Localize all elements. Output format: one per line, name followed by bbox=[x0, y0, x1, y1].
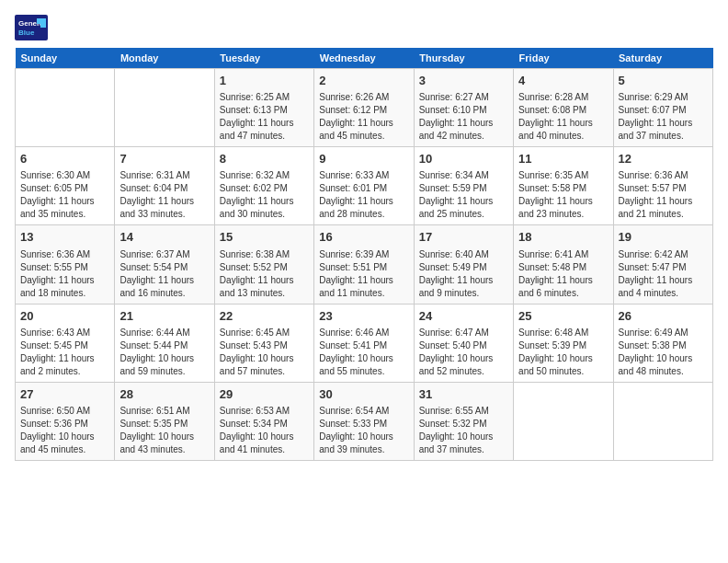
calendar-cell: 20Sunrise: 6:43 AM Sunset: 5:45 PM Dayli… bbox=[16, 304, 115, 382]
day-number: 25 bbox=[518, 308, 608, 325]
day-info: Sunrise: 6:33 AM Sunset: 6:01 PM Dayligh… bbox=[319, 169, 408, 221]
day-number: 19 bbox=[619, 229, 708, 246]
day-info: Sunrise: 6:28 AM Sunset: 6:08 PM Dayligh… bbox=[518, 91, 608, 143]
day-number: 26 bbox=[619, 308, 708, 325]
calendar-week-3: 20Sunrise: 6:43 AM Sunset: 5:45 PM Dayli… bbox=[16, 304, 713, 382]
calendar-cell: 24Sunrise: 6:47 AM Sunset: 5:40 PM Dayli… bbox=[414, 304, 513, 382]
day-number: 24 bbox=[419, 308, 508, 325]
day-info: Sunrise: 6:54 AM Sunset: 5:33 PM Dayligh… bbox=[319, 405, 408, 456]
calendar-cell: 3Sunrise: 6:27 AM Sunset: 6:10 PM Daylig… bbox=[414, 69, 513, 147]
calendar-cell: 12Sunrise: 6:36 AM Sunset: 5:57 PM Dayli… bbox=[613, 147, 712, 225]
calendar-cell: 6Sunrise: 6:30 AM Sunset: 6:05 PM Daylig… bbox=[16, 147, 115, 225]
day-info: Sunrise: 6:41 AM Sunset: 5:48 PM Dayligh… bbox=[518, 248, 608, 300]
calendar-cell: 8Sunrise: 6:32 AM Sunset: 6:02 PM Daylig… bbox=[214, 147, 313, 225]
calendar-cell: 4Sunrise: 6:28 AM Sunset: 6:08 PM Daylig… bbox=[514, 69, 613, 147]
weekday-header-monday: Monday bbox=[115, 48, 214, 69]
day-number: 8 bbox=[220, 151, 309, 167]
calendar-cell: 22Sunrise: 6:45 AM Sunset: 5:43 PM Dayli… bbox=[214, 304, 313, 382]
day-info: Sunrise: 6:34 AM Sunset: 5:59 PM Dayligh… bbox=[419, 169, 508, 221]
day-number: 20 bbox=[20, 308, 109, 325]
day-info: Sunrise: 6:47 AM Sunset: 5:40 PM Dayligh… bbox=[419, 327, 508, 378]
calendar-cell: 29Sunrise: 6:53 AM Sunset: 5:34 PM Dayli… bbox=[214, 382, 313, 460]
day-number: 11 bbox=[518, 151, 608, 167]
day-number: 29 bbox=[220, 386, 309, 403]
weekday-header-friday: Friday bbox=[514, 48, 613, 69]
day-info: Sunrise: 6:45 AM Sunset: 5:43 PM Dayligh… bbox=[220, 327, 309, 378]
day-number: 4 bbox=[518, 73, 608, 89]
day-number: 31 bbox=[419, 386, 508, 403]
calendar-cell: 11Sunrise: 6:35 AM Sunset: 5:58 PM Dayli… bbox=[514, 147, 613, 225]
day-info: Sunrise: 6:53 AM Sunset: 5:34 PM Dayligh… bbox=[220, 405, 309, 456]
day-info: Sunrise: 6:38 AM Sunset: 5:52 PM Dayligh… bbox=[220, 248, 309, 300]
day-number: 17 bbox=[419, 229, 508, 246]
calendar-week-2: 13Sunrise: 6:36 AM Sunset: 5:55 PM Dayli… bbox=[16, 225, 713, 304]
calendar-cell: 9Sunrise: 6:33 AM Sunset: 6:01 PM Daylig… bbox=[314, 147, 414, 225]
calendar-cell: 5Sunrise: 6:29 AM Sunset: 6:07 PM Daylig… bbox=[613, 69, 712, 147]
calendar-week-0: 1Sunrise: 6:25 AM Sunset: 6:13 PM Daylig… bbox=[16, 69, 713, 147]
calendar-cell: 25Sunrise: 6:48 AM Sunset: 5:39 PM Dayli… bbox=[514, 304, 613, 382]
calendar-cell: 19Sunrise: 6:42 AM Sunset: 5:47 PM Dayli… bbox=[613, 225, 712, 304]
day-number: 10 bbox=[419, 151, 508, 167]
calendar-cell: 1Sunrise: 6:25 AM Sunset: 6:13 PM Daylig… bbox=[214, 69, 313, 147]
day-info: Sunrise: 6:37 AM Sunset: 5:54 PM Dayligh… bbox=[119, 248, 209, 300]
day-info: Sunrise: 6:48 AM Sunset: 5:39 PM Dayligh… bbox=[518, 327, 608, 378]
calendar-cell bbox=[514, 382, 613, 460]
day-number: 9 bbox=[319, 151, 408, 167]
day-info: Sunrise: 6:51 AM Sunset: 5:35 PM Dayligh… bbox=[119, 405, 209, 456]
day-number: 21 bbox=[119, 308, 209, 325]
day-number: 28 bbox=[119, 386, 209, 403]
day-info: Sunrise: 6:29 AM Sunset: 6:07 PM Dayligh… bbox=[619, 91, 708, 143]
calendar-header-row: SundayMondayTuesdayWednesdayThursdayFrid… bbox=[16, 48, 713, 69]
calendar-cell: 28Sunrise: 6:51 AM Sunset: 5:35 PM Dayli… bbox=[115, 382, 214, 460]
day-number: 14 bbox=[119, 229, 209, 246]
calendar-cell: 14Sunrise: 6:37 AM Sunset: 5:54 PM Dayli… bbox=[115, 225, 214, 304]
calendar-cell: 30Sunrise: 6:54 AM Sunset: 5:33 PM Dayli… bbox=[314, 382, 414, 460]
calendar-cell: 18Sunrise: 6:41 AM Sunset: 5:48 PM Dayli… bbox=[514, 225, 613, 304]
day-info: Sunrise: 6:30 AM Sunset: 6:05 PM Dayligh… bbox=[20, 169, 109, 221]
day-number: 12 bbox=[619, 151, 708, 167]
calendar-week-4: 27Sunrise: 6:50 AM Sunset: 5:36 PM Dayli… bbox=[16, 382, 713, 460]
calendar-cell: 16Sunrise: 6:39 AM Sunset: 5:51 PM Dayli… bbox=[314, 225, 414, 304]
day-number: 2 bbox=[319, 73, 408, 89]
page-header: General Blue bbox=[15, 15, 713, 40]
day-info: Sunrise: 6:31 AM Sunset: 6:04 PM Dayligh… bbox=[119, 169, 209, 221]
calendar-cell bbox=[115, 69, 214, 147]
day-number: 23 bbox=[319, 308, 408, 325]
logo-icon: General Blue bbox=[15, 15, 48, 40]
calendar-cell: 7Sunrise: 6:31 AM Sunset: 6:04 PM Daylig… bbox=[115, 147, 214, 225]
day-info: Sunrise: 6:44 AM Sunset: 5:44 PM Dayligh… bbox=[119, 327, 209, 378]
day-info: Sunrise: 6:26 AM Sunset: 6:12 PM Dayligh… bbox=[319, 91, 408, 143]
day-info: Sunrise: 6:46 AM Sunset: 5:41 PM Dayligh… bbox=[319, 327, 408, 378]
weekday-header-wednesday: Wednesday bbox=[314, 48, 414, 69]
day-number: 13 bbox=[20, 229, 109, 246]
day-info: Sunrise: 6:32 AM Sunset: 6:02 PM Dayligh… bbox=[220, 169, 309, 221]
day-number: 3 bbox=[419, 73, 508, 89]
calendar-cell bbox=[16, 69, 115, 147]
calendar-cell: 2Sunrise: 6:26 AM Sunset: 6:12 PM Daylig… bbox=[314, 69, 414, 147]
day-number: 1 bbox=[220, 73, 309, 89]
calendar-cell: 31Sunrise: 6:55 AM Sunset: 5:32 PM Dayli… bbox=[414, 382, 513, 460]
day-info: Sunrise: 6:25 AM Sunset: 6:13 PM Dayligh… bbox=[220, 91, 309, 143]
day-number: 27 bbox=[20, 386, 109, 403]
calendar-table: SundayMondayTuesdayWednesdayThursdayFrid… bbox=[15, 48, 713, 461]
day-number: 5 bbox=[619, 73, 708, 89]
day-number: 22 bbox=[220, 308, 309, 325]
day-info: Sunrise: 6:36 AM Sunset: 5:55 PM Dayligh… bbox=[20, 248, 109, 300]
calendar-cell: 17Sunrise: 6:40 AM Sunset: 5:49 PM Dayli… bbox=[414, 225, 513, 304]
logo: General Blue bbox=[15, 15, 48, 40]
calendar-cell: 23Sunrise: 6:46 AM Sunset: 5:41 PM Dayli… bbox=[314, 304, 414, 382]
day-number: 7 bbox=[119, 151, 209, 167]
day-number: 18 bbox=[518, 229, 608, 246]
day-number: 16 bbox=[319, 229, 408, 246]
day-info: Sunrise: 6:43 AM Sunset: 5:45 PM Dayligh… bbox=[20, 327, 109, 378]
svg-text:Blue: Blue bbox=[18, 29, 35, 37]
calendar-cell bbox=[613, 382, 712, 460]
day-info: Sunrise: 6:55 AM Sunset: 5:32 PM Dayligh… bbox=[419, 405, 508, 456]
day-number: 15 bbox=[220, 229, 309, 246]
calendar-cell: 13Sunrise: 6:36 AM Sunset: 5:55 PM Dayli… bbox=[16, 225, 115, 304]
weekday-header-tuesday: Tuesday bbox=[214, 48, 313, 69]
day-info: Sunrise: 6:40 AM Sunset: 5:49 PM Dayligh… bbox=[419, 248, 508, 300]
weekday-header-sunday: Sunday bbox=[16, 48, 115, 69]
calendar-cell: 15Sunrise: 6:38 AM Sunset: 5:52 PM Dayli… bbox=[214, 225, 313, 304]
day-info: Sunrise: 6:36 AM Sunset: 5:57 PM Dayligh… bbox=[619, 169, 708, 221]
